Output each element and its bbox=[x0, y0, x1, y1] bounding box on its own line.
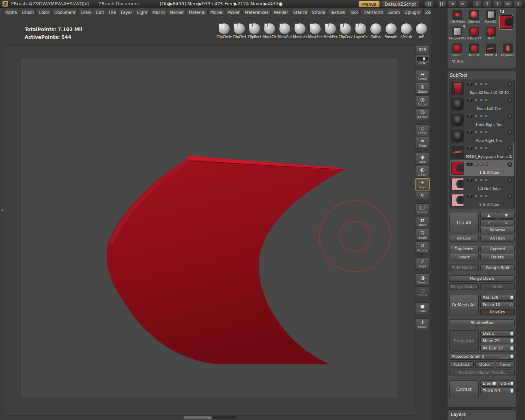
mask-toggle-icon[interactable] bbox=[479, 194, 483, 198]
ghost-toggle-icon[interactable] bbox=[484, 146, 488, 150]
shelf-brush-layerco[interactable]: LayerCo bbox=[353, 23, 368, 39]
mask-toggle-icon[interactable] bbox=[479, 98, 483, 102]
mask-toggle-icon[interactable] bbox=[479, 82, 483, 86]
ghost-toggle-icon[interactable] bbox=[484, 114, 488, 118]
split-hidden-button[interactable]: Split Hidden bbox=[449, 265, 479, 271]
rshelf-gxyz[interactable]: + Gxyz bbox=[415, 178, 430, 190]
mask-toggle-icon[interactable] bbox=[479, 130, 483, 134]
store-up-icon[interactable]: ↥ bbox=[493, 1, 502, 7]
polypaint-toggle-icon[interactable] bbox=[475, 130, 478, 134]
mean-slider[interactable]: Mean 25 bbox=[480, 338, 515, 344]
menu-item-edit[interactable]: Edit bbox=[94, 9, 106, 16]
ghost-toggle-icon[interactable] bbox=[484, 162, 488, 166]
slider-nub[interactable] bbox=[510, 295, 514, 299]
rshelf-ghost[interactable]: ○ Ghost bbox=[415, 286, 430, 298]
subtool-item-1-grill-tube[interactable]: ✎ 1 Grill Tube bbox=[450, 160, 514, 176]
brush-edit-icon[interactable]: ✎ bbox=[507, 114, 512, 119]
layers-header[interactable]: Layers bbox=[450, 411, 514, 419]
prev-doc-icon[interactable]: ⊲ bbox=[448, 1, 457, 7]
rshelf-spix[interactable]: SPix bbox=[415, 55, 430, 66]
visibility-eye-icon[interactable] bbox=[466, 82, 473, 86]
list-all-button[interactable]: List All bbox=[449, 212, 479, 233]
subtool-item-2-grill-tube[interactable]: ✎ 2 Grill Tube bbox=[450, 192, 514, 208]
scroll-right-icon[interactable]: ▸ bbox=[210, 416, 212, 419]
tool-thumb-plane3d[interactable]: Plane3D. bbox=[483, 9, 499, 25]
mask-toggle-icon[interactable] bbox=[479, 146, 483, 150]
menu-item-picker[interactable]: Picker bbox=[225, 9, 242, 16]
subtool-up-button[interactable]: ▲ bbox=[480, 212, 497, 219]
menu-item-stroke[interactable]: Stroke bbox=[310, 9, 327, 16]
tool-thumb-pm3d-h[interactable]: PM3D_H bbox=[483, 43, 499, 59]
visibility-eye-icon[interactable] bbox=[466, 194, 473, 198]
shelf-brush-cliprect[interactable]: ClipRect bbox=[247, 23, 262, 39]
menus-button[interactable]: Menus bbox=[358, 1, 380, 7]
shelf-brush-maskcur[interactable]: MaskCur bbox=[277, 23, 292, 39]
visibility-eye-icon[interactable] bbox=[466, 98, 473, 102]
all-low-button[interactable]: All Low bbox=[449, 235, 479, 242]
ghost-toggle-icon[interactable] bbox=[484, 82, 488, 86]
subtool-item-1-5-grill-tube[interactable]: ✎ 1.5 Grill Tube bbox=[450, 176, 514, 192]
menu-item-brush[interactable]: Brush bbox=[20, 9, 36, 16]
slider-nub[interactable] bbox=[510, 331, 514, 336]
slider-nub[interactable] bbox=[493, 381, 496, 386]
res-slider[interactable]: Res 128 bbox=[480, 294, 515, 301]
store-down-icon[interactable]: ↧ bbox=[483, 1, 492, 7]
tool-thumb-3-base-32[interactable]: 3.Base 32 bbox=[466, 26, 482, 42]
rshelf-xpose[interactable]: ↕ Xpose bbox=[415, 318, 430, 330]
rshelf-actual[interactable]: ◎ Actual bbox=[415, 96, 430, 107]
e-smt-slider[interactable]: E Smt bbox=[480, 380, 497, 387]
polish-slider[interactable]: Polish 10○ bbox=[480, 301, 515, 308]
tool-thumb-topo-32[interactable]: Topo 32 bbox=[466, 43, 482, 59]
thick-slider[interactable]: Thick 0.1 bbox=[480, 388, 515, 394]
menu-item-zplugin[interactable]: Zplugin bbox=[403, 9, 422, 16]
subtool-down-button[interactable]: ▼ bbox=[498, 212, 515, 219]
shelf-brush-maskcir[interactable]: MaskCir bbox=[262, 23, 277, 39]
ghost-toggle-icon[interactable] bbox=[484, 194, 488, 198]
rename-button[interactable]: Rename bbox=[480, 227, 515, 233]
horizontal-scrollbar[interactable]: ◂ ▸ bbox=[183, 416, 237, 419]
menu-item-light[interactable]: Light bbox=[135, 9, 149, 16]
remesh-all-button[interactable]: ReMesh All bbox=[449, 294, 479, 315]
mask-toggle-icon[interactable] bbox=[479, 162, 483, 166]
left-divider-arrows[interactable]: ◂▸ bbox=[0, 208, 5, 212]
document-canvas[interactable] bbox=[5, 45, 414, 415]
visibility-eye-icon[interactable] bbox=[466, 114, 473, 118]
polygrp-button[interactable]: PolyGrp bbox=[480, 309, 515, 315]
subtool-to-top-button[interactable]: ↱ bbox=[480, 219, 497, 226]
menu-item-alpha[interactable]: Alpha bbox=[3, 9, 19, 16]
shelf-brush-hpolish[interactable]: hPolish bbox=[399, 23, 414, 39]
doc-nav-right-icon[interactable]: ∥∥⟩ bbox=[438, 1, 447, 7]
rshelf-transp[interactable]: ◑ Transp bbox=[415, 274, 430, 285]
reproject-higher-subdiv-button[interactable]: Reproject Higher Subdiv bbox=[449, 370, 515, 376]
ghost-toggle-icon[interactable] bbox=[484, 98, 488, 102]
menu-item-movie[interactable]: Movie bbox=[208, 9, 225, 16]
ghost-toggle-icon[interactable] bbox=[484, 178, 488, 182]
shelf-brush-clipcircle[interactable]: ClipCircle bbox=[217, 23, 232, 39]
rshelf-floor[interactable]: ≡ Floor bbox=[415, 137, 430, 149]
menu-item-color[interactable]: Color bbox=[37, 9, 51, 16]
rshelf-rotate[interactable]: ↺ Rotate bbox=[415, 242, 430, 253]
visibility-eye-icon[interactable] bbox=[466, 146, 473, 150]
tool-thumb-i-cylinder[interactable]: I-Cylinder bbox=[500, 43, 516, 59]
tool-thumb-merged-plane[interactable]: 5 Merged_Plane bbox=[449, 26, 466, 42]
brush-edit-icon[interactable]: ✎ bbox=[507, 162, 512, 167]
rshelf-aahalf[interactable]: ½ AAHalf bbox=[415, 108, 430, 120]
shelf-brush-maskper[interactable]: MaskPer bbox=[323, 23, 338, 39]
ghost-toggle-icon[interactable] bbox=[484, 130, 488, 134]
shelf-brush-clipcircl[interactable]: ClipCircl bbox=[232, 23, 247, 39]
menu-item-tool[interactable]: Tool bbox=[348, 9, 360, 16]
scroll-left-icon[interactable]: ◂ bbox=[208, 416, 209, 419]
inner-button[interactable]: Inner bbox=[496, 361, 515, 368]
visibility-eye-icon[interactable] bbox=[466, 178, 473, 182]
subtool-item-front-right-tire[interactable]: ✎ Front Right Tire bbox=[450, 112, 514, 128]
polypaint-toggle-icon[interactable] bbox=[475, 98, 478, 102]
rshelf-solo[interactable]: ● Solo bbox=[415, 302, 430, 314]
menu-item-texture[interactable]: Texture bbox=[328, 9, 347, 16]
menu-item-render[interactable]: Render bbox=[272, 9, 290, 16]
tool-thumb-zsphere[interactable]: ZSphere bbox=[466, 9, 482, 25]
slider-nub[interactable] bbox=[510, 389, 514, 393]
menu-item-zscript[interactable]: Zscript bbox=[423, 9, 431, 16]
rshelf-bpr[interactable]: BPR bbox=[415, 46, 430, 54]
shelf-brush-polish[interactable]: Polish bbox=[368, 23, 383, 39]
merge-down-button[interactable]: Merge Down bbox=[449, 275, 515, 282]
